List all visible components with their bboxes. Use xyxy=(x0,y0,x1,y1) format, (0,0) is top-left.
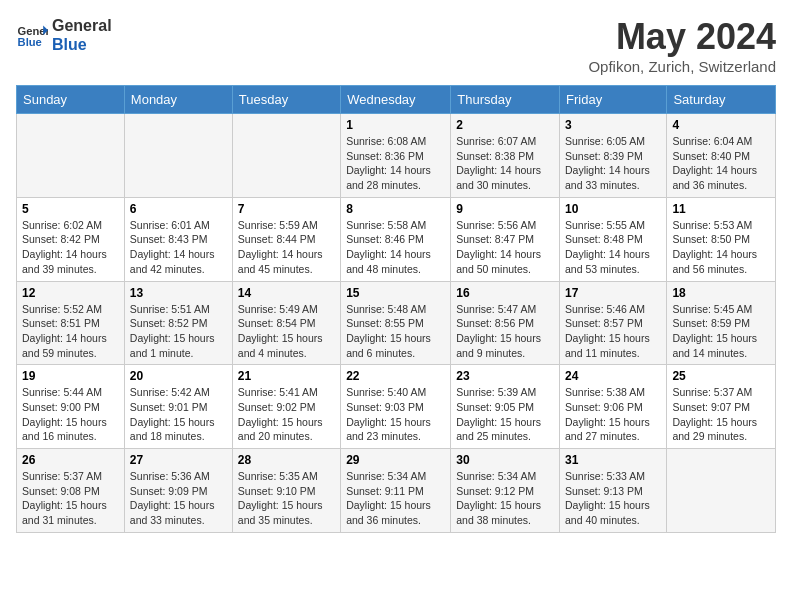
day-info: Sunrise: 5:56 AMSunset: 8:47 PMDaylight:… xyxy=(456,218,554,277)
day-number: 1 xyxy=(346,118,445,132)
day-number: 2 xyxy=(456,118,554,132)
calendar-cell: 7Sunrise: 5:59 AMSunset: 8:44 PMDaylight… xyxy=(232,197,340,281)
calendar-cell: 3Sunrise: 6:05 AMSunset: 8:39 PMDaylight… xyxy=(560,114,667,198)
day-info: Sunrise: 5:33 AMSunset: 9:13 PMDaylight:… xyxy=(565,469,661,528)
day-info: Sunrise: 5:45 AMSunset: 8:59 PMDaylight:… xyxy=(672,302,770,361)
calendar-cell xyxy=(232,114,340,198)
day-number: 3 xyxy=(565,118,661,132)
day-number: 29 xyxy=(346,453,445,467)
week-row-2: 5Sunrise: 6:02 AMSunset: 8:42 PMDaylight… xyxy=(17,197,776,281)
weekday-header-wednesday: Wednesday xyxy=(341,86,451,114)
calendar-cell: 23Sunrise: 5:39 AMSunset: 9:05 PMDayligh… xyxy=(451,365,560,449)
day-info: Sunrise: 6:07 AMSunset: 8:38 PMDaylight:… xyxy=(456,134,554,193)
day-info: Sunrise: 5:52 AMSunset: 8:51 PMDaylight:… xyxy=(22,302,119,361)
calendar-cell: 25Sunrise: 5:37 AMSunset: 9:07 PMDayligh… xyxy=(667,365,776,449)
calendar-cell xyxy=(124,114,232,198)
calendar-cell: 29Sunrise: 5:34 AMSunset: 9:11 PMDayligh… xyxy=(341,449,451,533)
month-title: May 2024 xyxy=(588,16,776,58)
day-info: Sunrise: 5:51 AMSunset: 8:52 PMDaylight:… xyxy=(130,302,227,361)
day-info: Sunrise: 5:58 AMSunset: 8:46 PMDaylight:… xyxy=(346,218,445,277)
day-number: 12 xyxy=(22,286,119,300)
day-info: Sunrise: 5:40 AMSunset: 9:03 PMDaylight:… xyxy=(346,385,445,444)
day-number: 30 xyxy=(456,453,554,467)
calendar-cell: 2Sunrise: 6:07 AMSunset: 8:38 PMDaylight… xyxy=(451,114,560,198)
logo-blue: Blue xyxy=(52,35,112,54)
day-number: 19 xyxy=(22,369,119,383)
day-number: 18 xyxy=(672,286,770,300)
day-info: Sunrise: 6:05 AMSunset: 8:39 PMDaylight:… xyxy=(565,134,661,193)
title-block: May 2024 Opfikon, Zurich, Switzerland xyxy=(588,16,776,75)
day-number: 20 xyxy=(130,369,227,383)
day-info: Sunrise: 5:44 AMSunset: 9:00 PMDaylight:… xyxy=(22,385,119,444)
calendar-cell: 20Sunrise: 5:42 AMSunset: 9:01 PMDayligh… xyxy=(124,365,232,449)
week-row-5: 26Sunrise: 5:37 AMSunset: 9:08 PMDayligh… xyxy=(17,449,776,533)
day-info: Sunrise: 5:41 AMSunset: 9:02 PMDaylight:… xyxy=(238,385,335,444)
day-info: Sunrise: 5:34 AMSunset: 9:11 PMDaylight:… xyxy=(346,469,445,528)
day-number: 10 xyxy=(565,202,661,216)
day-info: Sunrise: 6:01 AMSunset: 8:43 PMDaylight:… xyxy=(130,218,227,277)
svg-text:Blue: Blue xyxy=(18,36,42,48)
calendar-cell: 27Sunrise: 5:36 AMSunset: 9:09 PMDayligh… xyxy=(124,449,232,533)
calendar-cell: 15Sunrise: 5:48 AMSunset: 8:55 PMDayligh… xyxy=(341,281,451,365)
day-number: 17 xyxy=(565,286,661,300)
weekday-header-monday: Monday xyxy=(124,86,232,114)
calendar-cell xyxy=(17,114,125,198)
calendar-cell: 22Sunrise: 5:40 AMSunset: 9:03 PMDayligh… xyxy=(341,365,451,449)
calendar-cell: 21Sunrise: 5:41 AMSunset: 9:02 PMDayligh… xyxy=(232,365,340,449)
day-number: 14 xyxy=(238,286,335,300)
day-info: Sunrise: 5:36 AMSunset: 9:09 PMDaylight:… xyxy=(130,469,227,528)
day-number: 24 xyxy=(565,369,661,383)
calendar-cell: 30Sunrise: 5:34 AMSunset: 9:12 PMDayligh… xyxy=(451,449,560,533)
calendar-cell: 1Sunrise: 6:08 AMSunset: 8:36 PMDaylight… xyxy=(341,114,451,198)
weekday-header-sunday: Sunday xyxy=(17,86,125,114)
day-info: Sunrise: 6:02 AMSunset: 8:42 PMDaylight:… xyxy=(22,218,119,277)
calendar-cell: 14Sunrise: 5:49 AMSunset: 8:54 PMDayligh… xyxy=(232,281,340,365)
calendar-cell: 10Sunrise: 5:55 AMSunset: 8:48 PMDayligh… xyxy=(560,197,667,281)
day-number: 15 xyxy=(346,286,445,300)
calendar-cell: 31Sunrise: 5:33 AMSunset: 9:13 PMDayligh… xyxy=(560,449,667,533)
day-number: 7 xyxy=(238,202,335,216)
day-number: 28 xyxy=(238,453,335,467)
calendar-cell: 12Sunrise: 5:52 AMSunset: 8:51 PMDayligh… xyxy=(17,281,125,365)
day-number: 22 xyxy=(346,369,445,383)
day-info: Sunrise: 5:59 AMSunset: 8:44 PMDaylight:… xyxy=(238,218,335,277)
week-row-1: 1Sunrise: 6:08 AMSunset: 8:36 PMDaylight… xyxy=(17,114,776,198)
calendar-cell: 26Sunrise: 5:37 AMSunset: 9:08 PMDayligh… xyxy=(17,449,125,533)
weekday-header-friday: Friday xyxy=(560,86,667,114)
calendar-cell: 28Sunrise: 5:35 AMSunset: 9:10 PMDayligh… xyxy=(232,449,340,533)
calendar-cell: 18Sunrise: 5:45 AMSunset: 8:59 PMDayligh… xyxy=(667,281,776,365)
weekday-header-tuesday: Tuesday xyxy=(232,86,340,114)
logo-general: General xyxy=(52,16,112,35)
day-number: 21 xyxy=(238,369,335,383)
calendar-cell: 6Sunrise: 6:01 AMSunset: 8:43 PMDaylight… xyxy=(124,197,232,281)
day-info: Sunrise: 5:39 AMSunset: 9:05 PMDaylight:… xyxy=(456,385,554,444)
calendar-cell: 19Sunrise: 5:44 AMSunset: 9:00 PMDayligh… xyxy=(17,365,125,449)
calendar-cell: 4Sunrise: 6:04 AMSunset: 8:40 PMDaylight… xyxy=(667,114,776,198)
calendar-cell: 24Sunrise: 5:38 AMSunset: 9:06 PMDayligh… xyxy=(560,365,667,449)
logo-icon: General Blue xyxy=(16,19,48,51)
location: Opfikon, Zurich, Switzerland xyxy=(588,58,776,75)
day-number: 23 xyxy=(456,369,554,383)
day-number: 11 xyxy=(672,202,770,216)
weekday-header-row: SundayMondayTuesdayWednesdayThursdayFrid… xyxy=(17,86,776,114)
calendar-cell: 13Sunrise: 5:51 AMSunset: 8:52 PMDayligh… xyxy=(124,281,232,365)
calendar-cell: 16Sunrise: 5:47 AMSunset: 8:56 PMDayligh… xyxy=(451,281,560,365)
day-info: Sunrise: 5:37 AMSunset: 9:07 PMDaylight:… xyxy=(672,385,770,444)
calendar-cell: 9Sunrise: 5:56 AMSunset: 8:47 PMDaylight… xyxy=(451,197,560,281)
day-info: Sunrise: 5:46 AMSunset: 8:57 PMDaylight:… xyxy=(565,302,661,361)
day-info: Sunrise: 5:35 AMSunset: 9:10 PMDaylight:… xyxy=(238,469,335,528)
logo: General Blue General Blue xyxy=(16,16,112,54)
day-info: Sunrise: 6:08 AMSunset: 8:36 PMDaylight:… xyxy=(346,134,445,193)
calendar-table: SundayMondayTuesdayWednesdayThursdayFrid… xyxy=(16,85,776,533)
day-info: Sunrise: 6:04 AMSunset: 8:40 PMDaylight:… xyxy=(672,134,770,193)
week-row-4: 19Sunrise: 5:44 AMSunset: 9:00 PMDayligh… xyxy=(17,365,776,449)
day-number: 31 xyxy=(565,453,661,467)
day-info: Sunrise: 5:49 AMSunset: 8:54 PMDaylight:… xyxy=(238,302,335,361)
day-info: Sunrise: 5:42 AMSunset: 9:01 PMDaylight:… xyxy=(130,385,227,444)
day-info: Sunrise: 5:37 AMSunset: 9:08 PMDaylight:… xyxy=(22,469,119,528)
day-info: Sunrise: 5:38 AMSunset: 9:06 PMDaylight:… xyxy=(565,385,661,444)
day-number: 26 xyxy=(22,453,119,467)
calendar-cell xyxy=(667,449,776,533)
day-number: 13 xyxy=(130,286,227,300)
weekday-header-thursday: Thursday xyxy=(451,86,560,114)
